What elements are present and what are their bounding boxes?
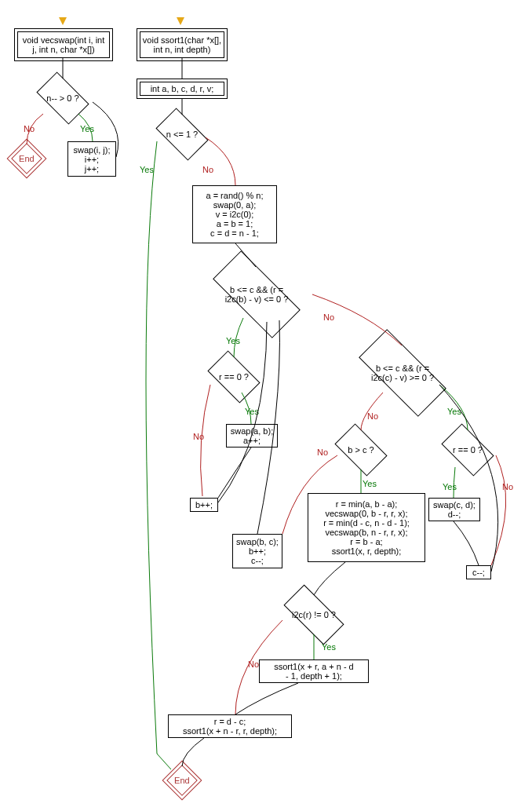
edge-label-yes: Yes bbox=[226, 336, 240, 345]
edge-label-no: No bbox=[202, 165, 213, 174]
node-text: swap(b, c); b++; c--; bbox=[236, 537, 279, 565]
end-node: End bbox=[11, 143, 42, 174]
edge-label-no: No bbox=[24, 124, 35, 133]
edge-label-yes: Yes bbox=[80, 124, 94, 133]
process-node: ssort1(x + r, a + n - d - 1, depth + 1); bbox=[259, 659, 369, 683]
node-text: r == 0 ? bbox=[453, 445, 483, 455]
node-text: n <= 1 ? bbox=[166, 130, 198, 139]
node-text: End bbox=[19, 154, 35, 163]
decision-node: b <= c && (r = i2c(c) - v) >= 0 ? bbox=[344, 345, 461, 400]
node-text: swap(a, b); a++; bbox=[231, 426, 273, 445]
decision-node: r == 0 ? bbox=[436, 430, 499, 469]
edge-label-no: No bbox=[248, 659, 259, 669]
edge-label-yes: Yes bbox=[363, 479, 377, 488]
node-text: b <= c && (r = i2c(b) - v) <= 0 ? bbox=[225, 285, 289, 304]
node-text: int a, b, c, d, r, v; bbox=[151, 84, 214, 93]
start-node-ssort1: void ssort1(char *x[], int n, int depth) bbox=[140, 31, 224, 58]
node-text: i2c(r) != 0 ? bbox=[292, 610, 336, 619]
node-text: swap(c, d); d--; bbox=[433, 500, 476, 519]
edge-label-no: No bbox=[193, 432, 204, 441]
node-text: swap(i, j); i++; j++; bbox=[73, 145, 110, 174]
edge-label-yes: Yes bbox=[443, 482, 457, 491]
flowchart-edges bbox=[0, 0, 532, 811]
node-text: a = rand() % n; swap(0, a); v = i2c(0); … bbox=[206, 191, 263, 238]
node-text: n-- > 0 ? bbox=[46, 93, 78, 103]
decision-node: b > c ? bbox=[330, 430, 392, 469]
node-text: r = min(a, b - a); vecswap(0, b - r, r, … bbox=[323, 499, 410, 556]
node-text: r == 0 ? bbox=[219, 372, 249, 382]
node-text: r = d - c; ssort1(x + n - r, r, depth); bbox=[183, 717, 277, 736]
process-node: a = rand() % n; swap(0, a); v = i2c(0); … bbox=[192, 185, 277, 243]
edge-label-yes: Yes bbox=[140, 165, 154, 174]
edge-label-yes: Yes bbox=[322, 642, 336, 652]
process-node: c--; bbox=[466, 565, 491, 579]
edge-label-no: No bbox=[502, 482, 513, 491]
node-text: ssort1(x + r, a + n - d - 1, depth + 1); bbox=[274, 662, 354, 681]
edge-label-no: No bbox=[317, 448, 328, 457]
end-node: End bbox=[166, 765, 198, 796]
edge-label-yes: Yes bbox=[447, 407, 461, 416]
process-node: swap(b, c); b++; c--; bbox=[232, 534, 282, 568]
decision-node: r == 0 ? bbox=[202, 357, 265, 396]
node-text: End bbox=[174, 776, 190, 785]
decision-node: n-- > 0 ? bbox=[31, 79, 94, 118]
node-text: c--; bbox=[472, 568, 485, 577]
process-node: r = min(a, b - a); vecswap(0, b - r, r, … bbox=[308, 493, 425, 562]
decision-node: n <= 1 ? bbox=[151, 115, 213, 154]
edge-label-no: No bbox=[323, 312, 334, 322]
node-text: b <= c && (r = i2c(c) - v) >= 0 ? bbox=[371, 363, 434, 382]
entry-arrow-icon bbox=[177, 17, 184, 25]
decision-node: i2c(r) != 0 ? bbox=[275, 595, 353, 634]
start-node-vecswap: void vecswap(int i, int j, int n, char *… bbox=[17, 31, 110, 58]
decision-node: b <= c && (r = i2c(b) - v) <= 0 ? bbox=[198, 267, 315, 322]
entry-arrow-icon bbox=[59, 17, 67, 25]
edge-label-no: No bbox=[367, 411, 378, 421]
edge-label-yes: Yes bbox=[245, 407, 259, 416]
declaration-node: int a, b, c, d, r, v; bbox=[140, 82, 224, 96]
process-node: r = d - c; ssort1(x + n - r, r, depth); bbox=[168, 714, 292, 738]
node-text: b++; bbox=[195, 500, 213, 510]
node-text: void ssort1(char *x[], int n, int depth) bbox=[143, 35, 221, 54]
node-text: void vecswap(int i, int j, int n, char *… bbox=[23, 35, 105, 54]
process-node: swap(a, b); a++; bbox=[226, 424, 278, 448]
process-node: swap(i, j); i++; j++; bbox=[67, 141, 116, 177]
process-node: swap(c, d); d--; bbox=[428, 498, 480, 521]
node-text: b > c ? bbox=[348, 445, 373, 455]
process-node: b++; bbox=[190, 498, 218, 512]
